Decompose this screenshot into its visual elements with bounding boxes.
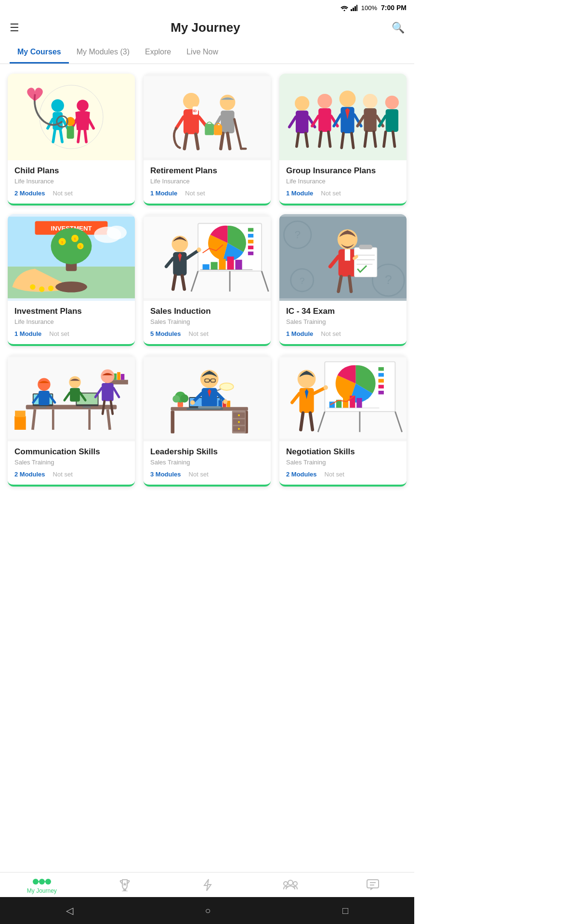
course-card-group-insurance[interactable]: Group Insurance Plans Life Insurance 1 M… [279,74,407,205]
svg-rect-95 [248,252,253,256]
course-card-child-plans[interactable]: Child Plans Life Insurance 2 Modules Not… [8,74,135,205]
battery-indicator: 100% [361,4,377,12]
course-category-child-plans: Life Insurance [14,178,128,185]
svg-line-16 [85,130,86,142]
course-meta-leadership-skills: 3 Modules Not set [150,471,264,478]
svg-point-223 [323,385,328,390]
tab-live-now[interactable]: Live Now [179,42,226,64]
course-image-negotiation-skills [279,355,407,441]
svg-rect-152 [121,374,125,380]
svg-line-67 [384,132,386,146]
tab-explore[interactable]: Explore [137,42,179,64]
course-card-negotiation-skills[interactable]: Negotiation Skills Sales Training 2 Modu… [279,355,407,487]
svg-line-49 [319,132,321,146]
svg-line-27 [184,134,187,149]
svg-line-15 [78,130,79,142]
nav-achievements[interactable] [110,879,139,893]
svg-point-29 [220,95,235,110]
journey-dots-icon [32,877,52,886]
svg-point-177 [238,428,240,430]
course-meta-communication-skills: 2 Modules Not set [14,471,128,478]
course-card-investment-plans[interactable]: INVESTMENT $ $ $ [8,214,135,346]
course-category-negotiation-skills: Sales Training [286,459,400,466]
svg-rect-96 [203,264,210,270]
svg-text:?: ? [294,229,301,241]
svg-point-161 [101,370,114,383]
svg-rect-100 [235,260,242,270]
svg-line-109 [182,276,184,289]
menu-icon[interactable]: ☰ [10,22,19,34]
svg-point-12 [77,100,89,112]
svg-point-238 [293,882,297,886]
svg-point-183 [172,395,180,402]
svg-point-39 [295,96,309,111]
svg-point-106 [197,247,201,252]
svg-rect-154 [39,391,50,405]
svg-rect-18 [67,126,74,139]
svg-rect-93 [248,240,253,244]
nav-my-journey[interactable]: My Journey [27,877,57,894]
course-modules-group-insurance: 1 Module [286,190,313,197]
course-modules-child-plans: 2 Modules [14,190,45,197]
android-home-button[interactable]: ○ [205,905,210,916]
android-back-button[interactable]: ◁ [66,905,73,916]
svg-point-153 [38,378,50,391]
course-card-communication-skills[interactable]: Communication Skills Sales Training 2 Mo… [8,355,135,487]
course-body-sales-induction: Sales Induction Sales Training 5 Modules… [144,301,271,344]
nav-label-my-journey: My Journey [27,887,57,894]
svg-rect-59 [364,108,376,132]
svg-point-6 [52,99,64,112]
svg-rect-122 [345,249,350,261]
course-meta-retirement-plans: 1 Module Not set [150,190,264,197]
svg-rect-162 [102,383,114,401]
svg-rect-205 [379,367,384,371]
course-modules-leadership-skills: 3 Modules [150,471,181,478]
svg-rect-97 [211,262,218,270]
svg-rect-169 [171,411,175,433]
svg-point-45 [317,94,332,108]
svg-line-225 [301,413,303,430]
app-title: My Journey [171,20,240,35]
course-card-sales-induction[interactable]: Sales Induction Sales Training 5 Modules… [144,214,271,346]
course-title-leadership-skills: Leadership Skills [150,447,264,457]
svg-rect-40 [296,111,308,133]
course-card-ic34-exam[interactable]: ? ? ? [279,214,407,346]
course-title-retirement-plans: Retirement Plans [150,166,264,176]
nav-community[interactable] [276,880,305,892]
course-body-retirement-plans: Retirement Plans Life Insurance 1 Module… [144,160,271,204]
svg-line-63 [374,132,376,146]
course-title-negotiation-skills: Negotiation Skills [286,447,400,457]
trophy-icon [118,879,131,891]
svg-point-237 [284,882,288,886]
svg-point-51 [339,90,355,107]
course-modules-sales-induction: 5 Modules [150,330,181,337]
svg-line-62 [365,132,367,146]
course-modules-investment-plans: 1 Module [14,330,41,337]
svg-rect-4 [8,76,135,158]
android-recents-button[interactable]: □ [342,905,348,916]
course-card-retirement-plans[interactable]: ID [144,74,271,205]
svg-line-44 [306,133,308,146]
svg-point-87 [107,226,127,239]
svg-rect-232 [123,889,126,891]
tab-my-courses[interactable]: My Courses [10,42,69,64]
nav-flash[interactable] [193,879,222,893]
nav-messages[interactable] [358,879,387,892]
svg-point-157 [69,376,81,388]
course-image-retirement-plans: ID [144,74,271,160]
course-card-leadership-skills[interactable]: Leadership Skills Sales Training 3 Modul… [144,355,271,487]
course-schedule-child-plans: Not set [53,190,73,197]
wifi-icon [340,4,349,11]
course-image-investment-plans: INVESTMENT $ $ $ [8,214,135,301]
course-meta-group-insurance: 1 Module Not set [286,190,400,197]
tab-my-modules[interactable]: My Modules (3) [69,42,137,64]
svg-rect-209 [379,391,384,395]
svg-point-85 [55,282,87,293]
search-icon[interactable]: 🔍 [392,22,405,34]
course-schedule-sales-induction: Not set [189,330,209,337]
course-title-sales-induction: Sales Induction [150,307,264,316]
svg-point-227 [33,879,39,885]
svg-rect-185 [219,400,223,407]
course-body-child-plans: Child Plans Life Insurance 2 Modules Not… [8,160,135,204]
svg-rect-98 [219,259,226,270]
